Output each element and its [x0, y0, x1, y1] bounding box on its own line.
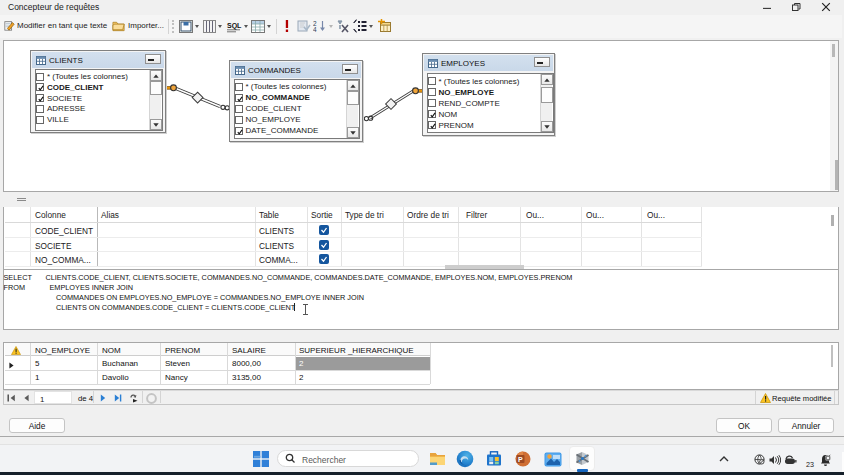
svg-text:4: 4	[313, 26, 317, 33]
svg-text:P: P	[518, 456, 523, 463]
svg-text:SQL: SQL	[227, 22, 242, 30]
